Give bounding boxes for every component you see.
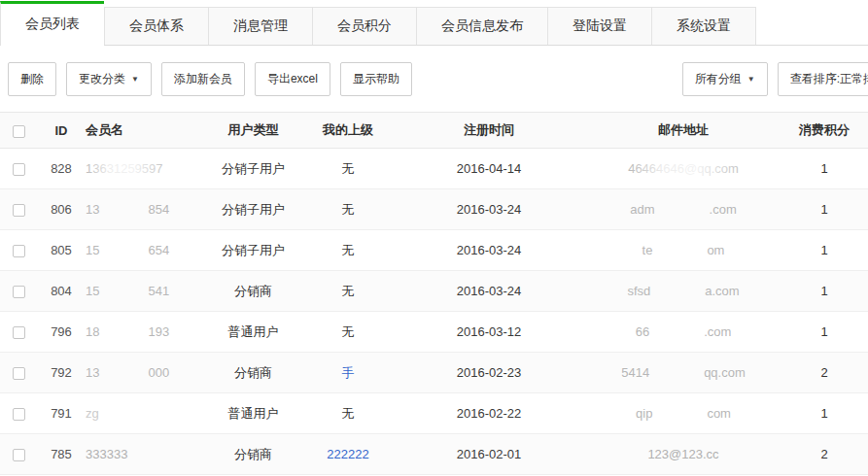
- row-checkbox[interactable]: [13, 408, 25, 421]
- parent-link[interactable]: 222222: [327, 447, 368, 461]
- tab-6[interactable]: 登陆设置: [547, 7, 651, 45]
- row-checkbox[interactable]: [13, 449, 25, 461]
- email: qipcom: [636, 406, 731, 421]
- parent-cell: 无: [304, 149, 392, 189]
- left-button-2[interactable]: 更改分类▼: [66, 62, 152, 96]
- user-type: 分销子用户: [202, 230, 304, 271]
- parent-cell: 无: [304, 393, 392, 434]
- member-id: 791: [37, 393, 86, 434]
- member-name-cell: zg: [86, 393, 202, 434]
- tab-5[interactable]: 会员信息发布: [416, 7, 547, 45]
- email-cell: 46464646@qq.com: [586, 149, 781, 189]
- toolbar: 删除更改分类▼添加新会员导出excel显示帮助 所有分组▼查看排序:正常排序: [0, 46, 868, 112]
- register-date: 2016-02-22: [392, 393, 586, 434]
- left-button-label: 显示帮助: [353, 71, 399, 87]
- parent-label: 无: [342, 406, 355, 421]
- caret-down-icon: ▼: [131, 76, 139, 84]
- parent-label: 无: [342, 161, 355, 176]
- row-checkbox[interactable]: [13, 367, 25, 380]
- email-visible-start: adm: [630, 202, 654, 217]
- member-name-visible-end: 854: [148, 202, 169, 217]
- user-type: 分销商: [202, 434, 304, 475]
- tab-4[interactable]: 会员积分: [312, 7, 416, 45]
- email-text: 46464646@qq.com: [628, 161, 739, 176]
- right-button-label: 查看排序:正常排序: [790, 71, 868, 87]
- tab-7[interactable]: 系统设置: [651, 7, 756, 45]
- points-cell: 2: [781, 434, 868, 475]
- email-visible-start: qip: [636, 406, 652, 421]
- member-id: 806: [37, 189, 86, 230]
- member-name: 15654: [86, 243, 169, 257]
- right-button-2[interactable]: 查看排序:正常排序: [778, 62, 868, 96]
- user-type: 分销子用户: [202, 189, 304, 230]
- email-cell: sfsda.com: [586, 271, 781, 312]
- header-points: 消费积分: [781, 113, 868, 149]
- left-button-4[interactable]: 导出excel: [255, 62, 330, 96]
- email-visible-end: om: [707, 243, 724, 257]
- parent-cell: 222222: [304, 434, 392, 475]
- table-row: 80613854分销子用户无2016-03-24adm.com1: [0, 189, 868, 230]
- right-button-label: 所有分组: [695, 71, 742, 87]
- left-button-1[interactable]: 删除: [8, 62, 56, 96]
- member-name: 13000: [86, 365, 169, 380]
- left-button-label: 更改分类: [79, 71, 125, 87]
- register-date: 2016-03-24: [392, 230, 586, 271]
- member-name: 18193: [86, 324, 169, 339]
- points-cell: 1: [781, 393, 868, 434]
- register-date: 2016-02-23: [392, 353, 586, 393]
- row-checkbox[interactable]: [13, 326, 25, 339]
- email: 5414qq.com: [621, 365, 746, 380]
- header-member-name: 会员名: [86, 113, 202, 149]
- member-id: 804: [37, 271, 86, 312]
- email: 123@123.cc: [647, 447, 718, 461]
- member-name-text: 333333: [86, 447, 127, 461]
- header-id: ID: [37, 113, 86, 149]
- member-name-cell: 13631259597: [86, 149, 202, 189]
- member-id: 828: [37, 149, 86, 189]
- right-button-1[interactable]: 所有分组▼: [682, 62, 768, 96]
- email-cell: 5414qq.com: [586, 353, 781, 393]
- tab-3[interactable]: 消息管理: [208, 7, 312, 45]
- user-type: 分销商: [202, 271, 304, 312]
- checkbox-cell: [0, 271, 37, 312]
- email-cell: teom: [586, 230, 781, 271]
- member-name-visible-end: 541: [148, 284, 169, 298]
- member-name-cell: 333333: [86, 434, 202, 475]
- row-checkbox[interactable]: [13, 245, 25, 257]
- table-row: 80415541分销商无2016-03-24sfsda.com1: [0, 271, 868, 312]
- left-button-3[interactable]: 添加新会员: [161, 62, 245, 96]
- header-email: 邮件地址: [586, 113, 781, 149]
- row-checkbox[interactable]: [13, 286, 25, 298]
- member-name-cell: 15541: [86, 271, 202, 312]
- tab-1[interactable]: 会员列表: [0, 1, 104, 46]
- toolbar-left: 删除更改分类▼添加新会员导出excel显示帮助: [8, 62, 422, 96]
- email-visible-start: te: [642, 243, 653, 257]
- left-button-5[interactable]: 显示帮助: [340, 62, 412, 96]
- member-name: 333333: [86, 447, 127, 461]
- member-name-text: zg: [86, 406, 99, 421]
- email: 66.com: [636, 324, 732, 339]
- email-cell: adm.com: [586, 189, 781, 230]
- row-checkbox[interactable]: [13, 204, 25, 217]
- member-name: 13854: [86, 202, 169, 217]
- points-cell: 1: [781, 189, 868, 230]
- email-visible-start: 5414: [621, 365, 649, 380]
- parent-link[interactable]: 手: [342, 365, 355, 380]
- member-id: 792: [37, 353, 86, 393]
- select-all-checkbox[interactable]: [13, 125, 25, 138]
- member-name-cell: 18193: [86, 312, 202, 353]
- tab-2[interactable]: 会员体系: [104, 7, 208, 45]
- email-visible-start: 66: [636, 324, 649, 339]
- checkbox-cell: [0, 353, 37, 393]
- member-name-visible-start: 18: [86, 324, 99, 339]
- table-row: 79213000分销商手2016-02-235414qq.com2: [0, 353, 868, 393]
- row-checkbox[interactable]: [13, 163, 25, 176]
- header-register-date: 注册时间: [392, 113, 586, 149]
- checkbox-cell: [0, 230, 37, 271]
- email-cell: qipcom: [586, 393, 781, 434]
- parent-label: 无: [342, 243, 355, 257]
- table-row: 82813631259597分销子用户无2016-04-1446464646@q…: [0, 149, 868, 189]
- member-name-visible-start: 15: [86, 284, 99, 298]
- points-cell: 1: [781, 149, 868, 189]
- header-parent: 我的上级: [304, 113, 392, 149]
